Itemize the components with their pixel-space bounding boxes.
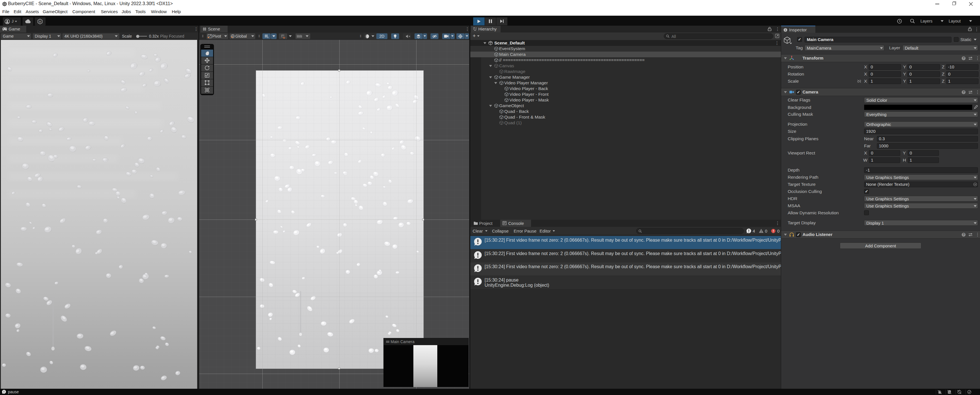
svg-text:Y: Y bbox=[267, 37, 269, 38]
svg-text:?: ? bbox=[963, 233, 964, 236]
svg-text:?: ? bbox=[963, 57, 964, 60]
svg-text:D: D bbox=[39, 20, 41, 23]
svg-text:?: ? bbox=[963, 91, 964, 94]
